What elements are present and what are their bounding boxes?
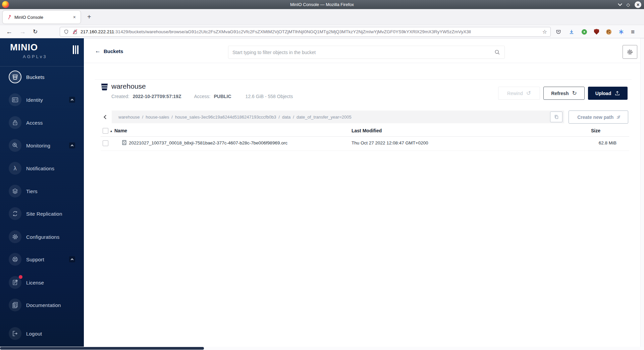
- sidebar-item-support[interactable]: Support: [0, 251, 84, 267]
- create-new-path-button[interactable]: Create new path ://: [569, 111, 628, 124]
- back-button[interactable]: ←: [6, 26, 12, 38]
- window-shade-icon[interactable]: [619, 4, 622, 5]
- window-controls: ◇ ×: [619, 0, 641, 9]
- window-close-icon[interactable]: ×: [635, 1, 641, 8]
- access-label: Access:: [194, 94, 210, 99]
- section-divider: [95, 79, 632, 80]
- minio-favicon-icon: [6, 14, 11, 20]
- upload-icon: [614, 90, 620, 96]
- breadcrumb-segment[interactable]: date_of_transfer_year=2005: [297, 115, 352, 120]
- path-slashes-icon: ://: [616, 115, 620, 120]
- lambda-icon: λ: [14, 165, 17, 171]
- sidebar-item-buckets[interactable]: Buckets: [0, 69, 84, 85]
- extension-green-icon[interactable]: [582, 29, 587, 35]
- bookmark-star-icon[interactable]: ☆: [542, 29, 547, 35]
- sidebar-item-documentation[interactable]: Documentation: [0, 297, 84, 313]
- column-header-last-modified[interactable]: Last Modified: [352, 128, 382, 133]
- tracking-protection-shield-icon[interactable]: [63, 29, 69, 35]
- reload-button[interactable]: ↻: [33, 26, 38, 38]
- back-arrow-icon: ←: [95, 48, 101, 54]
- tab-close-icon[interactable]: ×: [72, 14, 77, 20]
- tab-title: MinIO Console: [14, 15, 72, 20]
- insecure-lock-icon[interactable]: [72, 29, 78, 35]
- sidebar-item-configurations[interactable]: Configurations: [0, 229, 84, 245]
- sidebar-item-identity[interactable]: Identity: [0, 92, 84, 108]
- license-tier-label: AGPLv3: [23, 54, 47, 59]
- breadcrumb-segment[interactable]: house_sales-3ec96c19a6244d5186247193cccf…: [175, 115, 276, 120]
- horizontal-scrollbar-track[interactable]: [0, 347, 644, 350]
- bucket-metadata: Created: 2022-10-27T09:57:19Z Access: PU…: [111, 94, 293, 99]
- sidebar-collapse-icon[interactable]: [73, 45, 78, 54]
- bucket-settings-button[interactable]: [623, 45, 637, 59]
- sort-ascending-icon[interactable]: ▲: [110, 129, 113, 133]
- horizontal-scrollbar-thumb[interactable]: [0, 347, 204, 350]
- license-alert-badge: [19, 275, 22, 279]
- forward-button[interactable]: →: [19, 26, 26, 38]
- created-label: Created:: [111, 94, 129, 99]
- window-titlebar: MinIO Console — Mozilla Firefox ◇ ×: [0, 0, 644, 9]
- copy-path-button[interactable]: [550, 112, 562, 122]
- object-size: 62.8 MiB: [566, 140, 616, 145]
- copy-icon: [554, 114, 559, 120]
- license-document-icon: [11, 279, 19, 286]
- tab-strip: MinIO Console × +: [0, 9, 644, 25]
- pocket-save-icon[interactable]: [555, 29, 561, 35]
- sidebar-item-tiers[interactable]: Tiers: [0, 183, 84, 199]
- lock-icon: [11, 119, 19, 126]
- chevron-up-icon[interactable]: [69, 256, 75, 262]
- sidebar-item-logout[interactable]: Logout: [0, 325, 84, 342]
- upload-button[interactable]: Upload: [588, 87, 628, 100]
- bucket-icon: [101, 83, 108, 92]
- object-name-link[interactable]: 20221027_100737_00018_b8xji-7581bae2-377…: [129, 140, 287, 145]
- url-bar[interactable]: 217.160.222.211:31429/buckets/warehouse/…: [60, 27, 551, 37]
- created-value: 2022-10-27T09:57:19Z: [133, 94, 181, 99]
- object-filter-search[interactable]: [228, 46, 505, 59]
- browser-tab[interactable]: MinIO Console ×: [3, 11, 80, 24]
- url-text: 217.160.222.211:31429/buckets/warehouse/…: [80, 29, 540, 34]
- back-to-buckets-link[interactable]: ← Buckets: [95, 48, 123, 54]
- column-header-name[interactable]: Name: [114, 128, 127, 133]
- snowflake-extension-icon[interactable]: [619, 29, 624, 35]
- table-header-divider: [101, 136, 629, 137]
- refresh-button[interactable]: Refresh ↻: [543, 87, 585, 100]
- monitoring-search-icon: [11, 142, 19, 149]
- chevron-up-icon[interactable]: [69, 97, 75, 103]
- url-path: :31429/buckets/warehouse/browse/aG91c2Ut…: [114, 29, 471, 34]
- table-row-divider: [101, 150, 629, 151]
- sidebar-item-notifications[interactable]: λ Notifications: [0, 160, 84, 176]
- new-tab-button[interactable]: +: [85, 12, 94, 21]
- download-icon[interactable]: [569, 29, 575, 35]
- adblock-shield-icon[interactable]: [594, 29, 599, 35]
- screen: MinIO Console — Mozilla Firefox ◇ × MinI…: [0, 0, 644, 350]
- lifebuoy-icon: [11, 256, 19, 263]
- sidebar-item-access[interactable]: Access: [0, 115, 84, 131]
- chevron-left-icon: [104, 115, 108, 119]
- rewind-button[interactable]: Rewind ↺: [498, 87, 540, 100]
- back-link-label: Buckets: [104, 48, 123, 54]
- app-header: ← Buckets: [84, 38, 644, 63]
- breadcrumb[interactable]: warehouse / house-sales / house_sales-3e…: [112, 111, 564, 123]
- row-checkbox[interactable]: [103, 140, 108, 146]
- select-all-checkbox[interactable]: [103, 128, 108, 134]
- vertical-scrollbar-track[interactable]: [640, 38, 644, 347]
- sidebar-item-site-replication[interactable]: Site Replication: [0, 206, 84, 222]
- sidebar-item-monitoring[interactable]: Monitoring: [0, 137, 84, 154]
- column-header-size[interactable]: Size: [550, 128, 600, 133]
- toolbar-extension-icons: ≡: [555, 26, 635, 38]
- bucket-title: warehouse: [111, 82, 146, 90]
- breadcrumb-segment[interactable]: warehouse: [118, 115, 140, 120]
- search-input[interactable]: [232, 50, 494, 55]
- menu-hamburger-icon[interactable]: ≡: [631, 28, 635, 36]
- layers-icon: [11, 187, 19, 195]
- identity-card-icon: [11, 96, 19, 103]
- sidebar: MINIO AGPLv3 Buckets Identity Access: [0, 38, 84, 347]
- sidebar-item-license[interactable]: License: [0, 274, 84, 291]
- path-up-button[interactable]: [101, 111, 111, 123]
- chevron-up-icon[interactable]: [69, 142, 75, 148]
- breadcrumb-segment[interactable]: house-sales: [146, 115, 169, 120]
- breadcrumb-segment[interactable]: data: [282, 115, 290, 120]
- url-host: 217.160.222.211: [80, 29, 114, 34]
- cookie-extension-icon[interactable]: [606, 29, 611, 35]
- refresh-icon: ↻: [572, 90, 577, 97]
- window-maximize-icon[interactable]: ◇: [626, 2, 630, 7]
